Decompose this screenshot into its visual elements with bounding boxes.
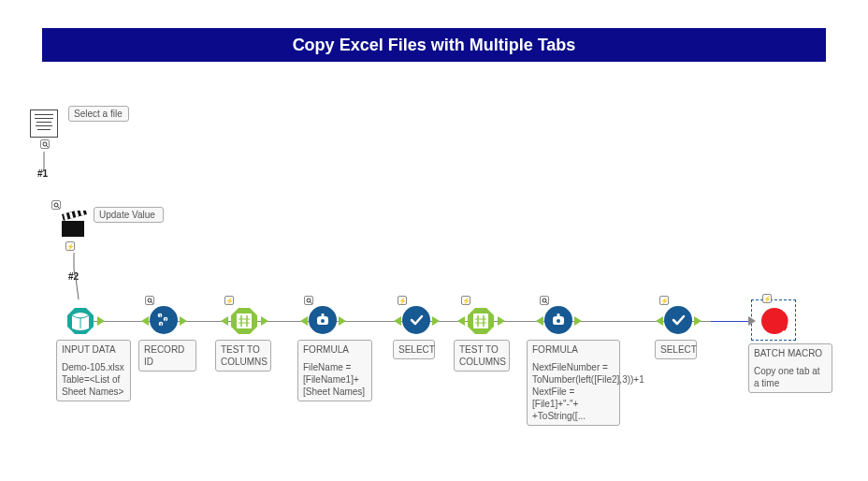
formula-tool-2[interactable] (544, 306, 572, 334)
batch-macro-tool[interactable] (759, 305, 790, 341)
formula-icon (544, 306, 572, 334)
title-bar: Copy Excel Files with Multiple Tabs (42, 28, 826, 62)
formula-tool-1[interactable] (309, 306, 337, 334)
svg-line-19 (151, 301, 152, 303)
page-title: Copy Excel Files with Multiple Tabs (293, 36, 576, 55)
select-file-text: Select a file (74, 109, 123, 119)
text-to-columns-icon (466, 306, 496, 336)
file-browse-tool[interactable] (30, 109, 58, 138)
macro-input-anchor (748, 316, 756, 326)
svg-point-37 (557, 319, 560, 323)
select-icon (402, 306, 430, 334)
formula-2-label: FORMULA NextFileNumber = ToNumber(left([… (527, 340, 620, 426)
select-1-label: SELECT (393, 340, 435, 359)
input-data-icon (65, 306, 95, 336)
text-to-columns-2-label: TEST TO COLUMNS (454, 340, 510, 372)
bolt-badge: ⚡ (659, 296, 669, 305)
input-data-tool[interactable] (65, 306, 95, 340)
svg-line-29 (310, 301, 311, 303)
formula-1-label: FORMULA FileName = [FileName1]+[Sheet Na… (297, 340, 372, 401)
select-tool-2[interactable] (664, 306, 692, 334)
bolt-badge: ⚡ (224, 296, 234, 305)
svg-point-18 (148, 299, 152, 302)
svg-line-39 (545, 301, 547, 303)
svg-point-38 (542, 299, 546, 302)
svg-rect-31 (473, 313, 488, 328)
record-id-tool[interactable]: 1 2 3 (150, 306, 178, 334)
batch-macro-icon (759, 305, 790, 337)
select-file-label: Select a file (68, 106, 129, 122)
svg-point-27 (321, 319, 325, 323)
bolt-badge: ⚡ (461, 296, 470, 305)
bolt-badge: ⚡ (398, 296, 407, 305)
document-icon (30, 109, 58, 138)
formula-icon (309, 306, 337, 334)
action-tool[interactable] (59, 211, 91, 242)
record-id-icon: 1 2 3 (150, 306, 178, 334)
text-to-columns-1-label: TEST TO COLUMNS (215, 340, 271, 372)
batch-macro-label: BATCH MACRO Copy one tab at a time (748, 343, 832, 393)
input-data-label: INPUT DATA Demo-105.xlsx Table=<List of … (56, 340, 131, 401)
svg-rect-2 (62, 221, 84, 237)
update-value-label: Update Value (94, 207, 164, 223)
update-value-text: Update Value (99, 210, 155, 220)
svg-rect-26 (322, 313, 325, 318)
magnifier-badge (540, 296, 549, 305)
text-to-columns-tool-1[interactable] (229, 306, 259, 340)
select-icon (664, 306, 692, 334)
select-2-label: SELECT (655, 340, 697, 359)
bolt-badge: ⚡ (762, 294, 772, 303)
svg-point-28 (307, 299, 311, 302)
record-id-label: RECORD ID (138, 340, 196, 372)
text-to-columns-icon (229, 306, 259, 336)
magnifier-badge (145, 296, 154, 305)
magnifier-badge (304, 296, 313, 305)
svg-rect-21 (237, 313, 252, 328)
text-to-columns-tool-2[interactable] (466, 306, 496, 340)
select-tool-1[interactable] (402, 306, 430, 334)
svg-rect-36 (557, 313, 560, 318)
